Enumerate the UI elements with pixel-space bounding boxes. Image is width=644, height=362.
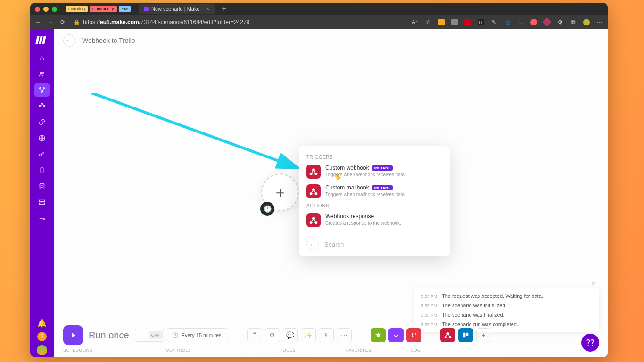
maximize-window-icon[interactable] (52, 7, 57, 12)
tab-favicon-icon (144, 7, 149, 11)
toolbar-labels: SCHEDULING CONTROLS TOOLS FAVORITES LOG (63, 348, 598, 353)
collections-icon[interactable]: ⧉ (570, 19, 577, 25)
close-tab-icon[interactable]: × (206, 6, 210, 12)
back-button[interactable]: ← (63, 34, 75, 47)
sidebar-user-avatar[interactable] (34, 343, 50, 357)
export-button[interactable]: ⇪ (319, 328, 334, 342)
sidebar-home-icon[interactable]: ⌂ (34, 51, 50, 65)
clock-icon: 🕐 (172, 332, 179, 338)
profile-avatar[interactable] (583, 19, 590, 25)
schedule-pill[interactable]: 🕐Every 15 minutes. (167, 328, 228, 342)
tool-3[interactable]: L¹ (406, 328, 421, 342)
ext-icon-6[interactable] (530, 19, 537, 25)
webhook-icon (306, 213, 321, 227)
ext-icon-4[interactable]: ✎ (491, 19, 497, 25)
extensions-icon[interactable]: ⚙ (557, 19, 563, 25)
trigger-custom-webhook[interactable]: Custom webhookINSTANT Triggers when webh… (299, 162, 450, 181)
notes-button[interactable]: 🗒 (247, 328, 262, 342)
titlebar: Learning Community SM New scenario | Mak… (30, 3, 608, 15)
sidebar-templates-icon[interactable] (34, 99, 50, 113)
tool-1[interactable] (371, 328, 386, 342)
schedule-indicator-icon[interactable]: 🕐 (260, 202, 274, 216)
close-log-icon[interactable]: × (592, 280, 595, 288)
sidebar: ⌂ ⊸ 🔔 ? (30, 29, 54, 357)
sidebar-webhooks-icon[interactable] (34, 131, 50, 145)
star-icon[interactable]: ☆ (425, 19, 431, 25)
scheduling-toggle[interactable]: OFF (135, 329, 164, 342)
popup-search-row[interactable]: ← Search (299, 233, 450, 252)
bottom-toolbar: Run once OFF 🕐Every 15 minutes. 🗒 ⚙ 💬 ✨ … (54, 321, 608, 357)
item-desc: Creates a response to the webhook. (325, 221, 401, 226)
item-desc: Triggers when mailhook receives data. (325, 192, 406, 197)
new-tab-button[interactable]: + (222, 5, 226, 13)
reload-icon[interactable]: ⟳ (59, 19, 66, 25)
sidebar-help-icon[interactable]: ? (37, 332, 47, 341)
nav-back-icon[interactable]: ← (35, 19, 41, 25)
auto-align-button[interactable]: ✨ (301, 328, 316, 342)
svg-point-0 (40, 72, 42, 74)
sidebar-connections-icon[interactable] (34, 115, 50, 129)
ext-icon-5[interactable]: ⎘ (504, 19, 511, 25)
popup-back-icon[interactable]: ← (306, 238, 319, 250)
browser-window: Learning Community SM New scenario | Mak… (30, 3, 608, 357)
scenario-canvas[interactable]: ＋ 🕐 TRIGGERS Custom webhookINSTANT Trigg… (54, 52, 608, 357)
close-window-icon[interactable] (35, 7, 40, 12)
pocket-icon[interactable]: ⌵ (517, 19, 524, 25)
more-controls-button[interactable]: ⋯ (337, 328, 352, 342)
ext-icon-3[interactable] (464, 19, 471, 25)
item-title: Webhook response (325, 213, 374, 220)
add-favorite-button[interactable]: + (476, 328, 491, 342)
address-bar: ← → ⟳ 🔒 https://eu1.make.com/73144/scena… (30, 15, 608, 29)
sidebar-more-icon[interactable]: ⊸ (34, 211, 50, 225)
run-group: Run once (63, 325, 129, 345)
svg-point-3 (43, 88, 45, 89)
sidebar-team-icon[interactable] (34, 67, 50, 81)
trigger-custom-mailhook[interactable]: Custom mailhookINSTANT Triggers when mai… (299, 181, 450, 201)
svg-point-2 (40, 88, 41, 89)
tool-2[interactable] (388, 328, 404, 342)
webhook-icon (306, 165, 321, 179)
explain-flow-button[interactable]: 💬 (283, 328, 298, 342)
settings-button[interactable]: ⚙ (265, 328, 280, 342)
webhook-icon (306, 184, 321, 198)
search-placeholder: Search (324, 241, 344, 248)
sidebar-scenarios-icon[interactable] (34, 83, 50, 97)
run-once-button[interactable] (63, 325, 83, 345)
sidebar-datastores-icon[interactable] (34, 179, 50, 193)
minimize-window-icon[interactable] (43, 7, 49, 12)
text-size-icon[interactable]: A⁺ (412, 19, 418, 25)
ext-icon-7[interactable] (542, 17, 552, 27)
annotation-arrow-icon (91, 93, 304, 173)
log-row: 3:35 PMThe scenario was initialized. (414, 301, 599, 310)
instant-badge: INSTANT (372, 185, 393, 190)
instant-badge: INSTANT (372, 165, 393, 171)
sidebar-notifications-icon[interactable]: 🔔 (34, 316, 50, 330)
app-frame: ⌂ ⊸ 🔔 ? ← Webhook to Trello (30, 29, 608, 357)
more-icon[interactable]: ⋯ (596, 19, 603, 25)
sidebar-datastructures-icon[interactable] (34, 195, 50, 209)
item-desc: Triggers when webhook receives data. (325, 172, 406, 177)
section-triggers-label: TRIGGERS (299, 153, 450, 162)
ext-icon-2[interactable] (451, 19, 458, 25)
action-webhook-response[interactable]: Webhook response Creates a response to t… (299, 210, 450, 230)
bookmark-sm[interactable]: SM (119, 6, 131, 12)
svg-point-4 (41, 91, 43, 93)
bookmark-community[interactable]: Community (90, 6, 117, 12)
bookmark-learning[interactable]: Learning (66, 6, 88, 12)
sidebar-devices-icon[interactable] (34, 163, 50, 177)
item-title: Custom mailhook (325, 184, 369, 191)
fav-webhook[interactable] (440, 328, 455, 342)
scenario-title[interactable]: Webhook to Trello (82, 37, 135, 44)
svg-line-9 (91, 93, 299, 168)
nav-forward-icon[interactable]: → (47, 19, 54, 25)
main-area: ← Webhook to Trello ＋ 🕐 TRIGGERS Custom … (54, 29, 608, 357)
url-text: https://eu1.make.com/73144/scenarios/611… (83, 19, 249, 25)
fav-trello[interactable] (458, 328, 473, 342)
ext-icon-r[interactable]: R (478, 19, 484, 25)
ext-icon-1[interactable] (438, 19, 445, 25)
make-logo-icon[interactable] (36, 36, 48, 44)
sidebar-keys-icon[interactable] (34, 147, 50, 161)
url-field[interactable]: 🔒 https://eu1.make.com/73144/scenarios/6… (74, 19, 249, 25)
item-title: Custom webhook (325, 165, 369, 171)
browser-tab[interactable]: New scenario | Make × (139, 4, 215, 14)
